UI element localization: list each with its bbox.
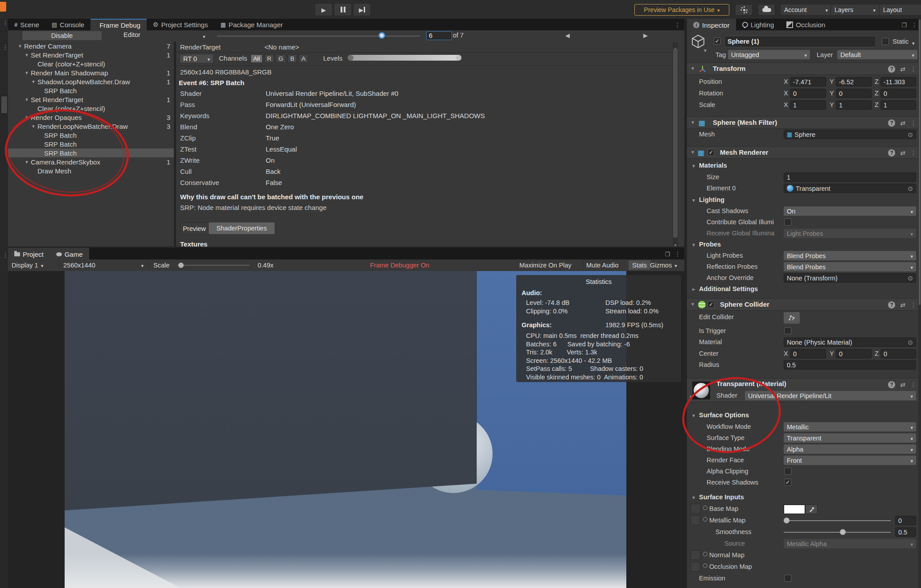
foldout-arrow-icon[interactable]: ▼	[31, 79, 37, 84]
dock-icon[interactable]	[901, 21, 907, 29]
shader-properties-button[interactable]: ShaderProperties	[209, 222, 275, 234]
smoothness-slider-track[interactable]	[784, 532, 891, 533]
more-menu-icon[interactable]	[910, 301, 917, 308]
window-tab[interactable]: Project Settings	[147, 19, 214, 30]
is-trigger-checkbox[interactable]	[784, 327, 791, 334]
window-tab[interactable]: Inspector	[687, 19, 736, 30]
metallic-value-field[interactable]: 0	[895, 516, 916, 525]
layout-dropdown[interactable]: Layout	[879, 4, 921, 16]
channel-button[interactable]: All	[251, 54, 263, 63]
smoothness-value-field[interactable]: 0.5	[895, 527, 916, 537]
enabled-checkbox[interactable]	[707, 149, 715, 156]
eyedropper-button[interactable]	[805, 505, 818, 514]
emission-checkbox[interactable]	[784, 575, 791, 582]
tree-row[interactable]: ▼ ShadowLoopNewBatcher.Draw 1	[8, 77, 174, 86]
stats-toggle[interactable]: Stats	[629, 260, 650, 270]
sphere-collider-header[interactable]: ▼ Sphere Collider	[687, 298, 921, 311]
position-y-field[interactable]: -6.52	[836, 77, 872, 86]
inspector-scrollbar[interactable]	[918, 19, 921, 588]
size-field[interactable]: 1	[784, 173, 916, 182]
channel-button[interactable]: G	[276, 54, 286, 63]
window-tab[interactable]: Occlusion	[780, 19, 831, 30]
chevron-down-icon[interactable]: ▼	[703, 48, 707, 53]
mesh-field[interactable]: ▦ Sphere	[784, 130, 916, 139]
help-icon[interactable]	[888, 301, 895, 308]
material-preview-thumbnail[interactable]	[692, 382, 710, 399]
window-tab[interactable]: Project	[8, 248, 50, 259]
help-icon[interactable]	[888, 66, 895, 73]
help-icon[interactable]	[888, 381, 895, 388]
contribute-gi-checkbox[interactable]	[784, 218, 791, 226]
foldout-arrow-icon[interactable]: ▼	[691, 198, 696, 203]
mesh-renderer-header[interactable]: ▼ ▦ Mesh Renderer	[687, 146, 921, 159]
object-picker-icon[interactable]	[908, 185, 913, 192]
tree-row[interactable]: ▼ Camera.RenderSkybox 1	[8, 157, 174, 166]
levels-min-handle[interactable]	[348, 55, 354, 61]
disable-button[interactable]: Disable	[22, 31, 102, 40]
channel-button[interactable]: R	[264, 54, 274, 63]
preset-icon[interactable]	[900, 119, 905, 127]
tree-row[interactable]: SRP Batch	[8, 140, 174, 148]
play-button[interactable]	[315, 3, 333, 16]
window-tab[interactable]: Lighting	[736, 19, 781, 30]
static-checkbox[interactable]	[882, 38, 889, 45]
maximize-on-play-toggle[interactable]: Maximize On Play	[519, 259, 572, 271]
tree-row[interactable]: Clear (color+Z+stencil)	[8, 59, 174, 68]
rotation-y-field[interactable]: 0	[836, 89, 872, 98]
scale-slider-track[interactable]	[177, 265, 250, 266]
anchor-override-field[interactable]: None (Transform)	[784, 273, 916, 283]
tree-row[interactable]: SRP Batch	[8, 148, 174, 157]
foldout-arrow-icon[interactable]: ▼	[31, 124, 37, 129]
dock-icon[interactable]	[665, 250, 670, 258]
center-x-field[interactable]: 0	[790, 349, 826, 358]
tree-row[interactable]: ▼ Set RenderTarget 1	[8, 95, 174, 104]
light-probes-dropdown[interactable]: Blend Probes	[784, 251, 916, 260]
foldout-arrow-icon[interactable]: ▼	[18, 44, 24, 49]
texture-slot[interactable]	[691, 550, 700, 560]
window-tab[interactable]: Package Manager	[214, 19, 289, 30]
tree-row[interactable]: ▼ Render Opaques 3	[8, 113, 174, 122]
rotation-z-field[interactable]: 0	[880, 89, 916, 98]
foldout-arrow-icon[interactable]: ▼	[691, 243, 696, 247]
element0-field[interactable]: Transparent	[784, 184, 916, 193]
preset-icon[interactable]	[900, 301, 905, 308]
channel-button[interactable]: A	[299, 54, 308, 63]
window-tab[interactable]: Game	[50, 248, 89, 259]
surface-type-dropdown[interactable]: Transparent	[784, 433, 916, 443]
event-slider-track[interactable]	[217, 36, 420, 37]
foldout-arrow-icon[interactable]: ▼	[691, 288, 696, 292]
focus-mode-button[interactable]	[735, 4, 752, 16]
shader-dropdown[interactable]: Universal Render Pipeline/Lit	[745, 391, 916, 400]
event-number-field[interactable]: 6	[426, 31, 452, 40]
lighting-foldout[interactable]: ▼ Lighting	[687, 194, 921, 206]
object-picker-icon[interactable]	[908, 339, 913, 346]
event-slider-handle[interactable]	[378, 32, 385, 39]
foldout-arrow-icon[interactable]: ▼	[691, 302, 695, 307]
metallic-slider-handle[interactable]	[784, 518, 789, 523]
account-dropdown[interactable]: Account	[780, 4, 832, 16]
edit-collider-button[interactable]	[784, 312, 800, 324]
metallic-slider-track[interactable]	[784, 520, 891, 521]
prev-event-button[interactable]: ◀	[565, 32, 570, 39]
resolution-dropdown[interactable]: 2560x1440	[63, 259, 144, 271]
scrollbar-thumb[interactable]	[919, 20, 921, 305]
name-field[interactable]: Sphere (1)	[724, 36, 876, 47]
layers-dropdown[interactable]: Layers	[831, 4, 880, 16]
target-dropdown[interactable]: Editor	[123, 31, 140, 38]
dock-handle[interactable]	[1, 96, 8, 114]
foldout-arrow-icon[interactable]: ▼	[691, 66, 695, 71]
display-dropdown[interactable]: Display 1	[12, 259, 43, 271]
preset-icon[interactable]	[900, 149, 905, 156]
levels-max-handle[interactable]	[456, 55, 461, 61]
center-z-field[interactable]: 0	[880, 349, 916, 358]
scrollbar-thumb[interactable]	[673, 49, 678, 238]
texture-slot[interactable]	[691, 515, 700, 525]
tree-row[interactable]: ▼ RenderLoopNewBatcher.Draw 3	[8, 122, 174, 131]
texture-slot[interactable]	[691, 504, 700, 514]
more-menu-icon[interactable]	[910, 65, 917, 73]
foldout-arrow-icon[interactable]: ▼	[25, 160, 31, 164]
window-tab[interactable]: Scene	[8, 19, 45, 30]
base-color-swatch[interactable]	[784, 505, 805, 514]
object-picker-icon[interactable]	[908, 131, 913, 138]
position-z-field[interactable]: -11.303	[880, 77, 916, 86]
